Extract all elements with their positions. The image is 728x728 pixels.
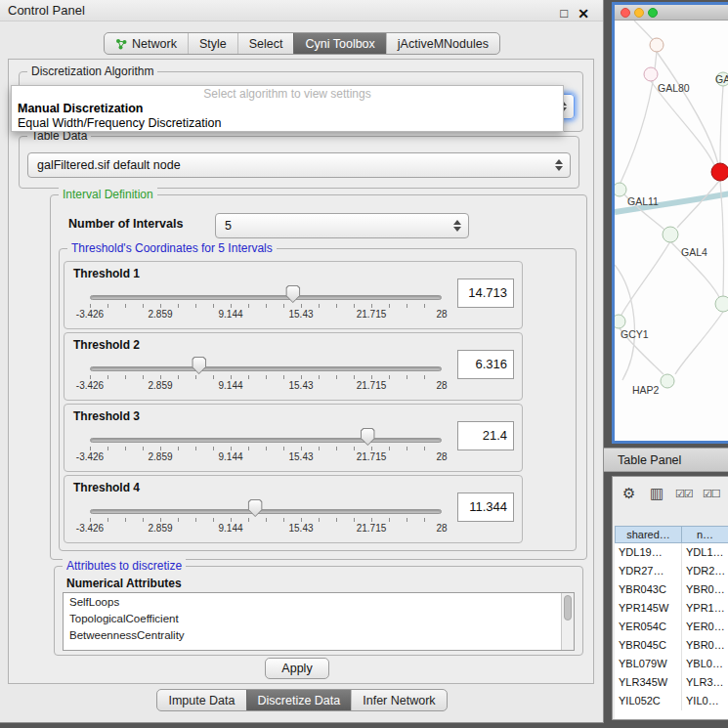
number-of-intervals-combo[interactable]: 5 — [215, 213, 469, 238]
dropdown-option-manual[interactable]: Manual Discretization — [12, 101, 563, 115]
close-icon[interactable]: ✕ — [578, 3, 589, 24]
node-label: GA — [715, 73, 728, 85]
tab-network[interactable]: Network — [105, 33, 188, 54]
cell[interactable]: YBL0… — [682, 655, 728, 673]
node-label: GAL80 — [658, 82, 690, 94]
cell[interactable]: YLR345W — [615, 673, 682, 692]
network-node[interactable] — [615, 183, 626, 196]
tab-style[interactable]: Style — [188, 33, 237, 54]
threshold-1-tick-labels: -3.426 2.859 9.144 15.43 21.715 28 — [90, 309, 442, 321]
select-all-icon[interactable]: ☑☑ — [675, 488, 693, 500]
columns-icon[interactable]: ▥ — [650, 485, 664, 502]
node-label: GAL11 — [627, 195, 659, 207]
table-panel-title: Table Panel — [618, 453, 681, 467]
threshold-2-value-field[interactable]: 6.316 — [457, 350, 514, 379]
screen: Control Panel □ ✕ Network — [0, 0, 728, 728]
list-item[interactable]: SelfLoops — [64, 593, 574, 610]
tab-jactivemnodules[interactable]: jActiveMNodules — [386, 33, 499, 54]
threshold-4-slider-track[interactable] — [90, 509, 442, 514]
threshold-3-tick-labels: -3.426 2.859 9.144 15.43 21.715 28 — [90, 451, 442, 463]
cell[interactable]: YBR043C — [615, 580, 682, 599]
select-none-icon[interactable]: ☑☐ — [703, 488, 720, 500]
threshold-2-slider-thumb[interactable] — [192, 357, 206, 374]
table-row[interactable]: YDL19… YDL1… — [615, 543, 728, 562]
tick-label: 28 — [436, 380, 447, 391]
cell[interactable]: YBR0… — [682, 636, 728, 655]
threshold-1-slider-track[interactable] — [90, 295, 442, 300]
threshold-3-value-field[interactable]: 21.4 — [457, 421, 514, 450]
cell[interactable]: YDR2… — [682, 562, 728, 580]
network-node-selected[interactable] — [711, 163, 728, 181]
float-window-icon[interactable]: □ — [560, 3, 568, 24]
tick-label: 21.715 — [357, 523, 387, 534]
list-scrollbar[interactable] — [561, 593, 574, 650]
column-header-shared[interactable]: shared… — [615, 526, 682, 543]
cell[interactable]: YBR0… — [682, 580, 728, 599]
threshold-1-slider-thumb[interactable] — [285, 285, 300, 303]
close-traffic-light-icon[interactable] — [621, 8, 630, 18]
table-row[interactable]: YLR345W YLR3… — [615, 673, 728, 692]
table-data-group: Table Data galFiltered.sif default node — [19, 136, 579, 189]
cell[interactable]: YBL079W — [615, 655, 682, 673]
cell[interactable]: YER0… — [682, 618, 728, 636]
table-row[interactable]: YER054C YER0… — [615, 618, 728, 636]
apply-button[interactable]: Apply — [265, 658, 329, 679]
dropdown-option-equal-width[interactable]: Equal Width/Frequency Discretization — [12, 115, 563, 130]
threshold-1-value-field[interactable]: 14.713 — [457, 278, 514, 308]
cell[interactable]: YPR145W — [615, 599, 682, 618]
tick-label: 9.144 — [218, 309, 242, 320]
list-item[interactable]: BetweennessCentrality — [64, 626, 574, 643]
threshold-4-value-field[interactable]: 11.344 — [457, 492, 514, 522]
tick-label: 15.43 — [288, 451, 313, 462]
tick-label: 2.859 — [148, 309, 172, 320]
threshold-2-label: Threshold 2 — [73, 338, 140, 352]
threshold-4-slider-thumb[interactable] — [248, 499, 263, 517]
tab-discretize-data-label: Discretize Data — [258, 694, 341, 707]
threshold-3-slider-track[interactable] — [90, 438, 442, 443]
tab-infer-network[interactable]: Infer Network — [351, 690, 446, 710]
cell[interactable]: YLR3… — [682, 673, 728, 692]
table-row[interactable]: YBR043C YBR0… — [615, 580, 728, 599]
network-node[interactable] — [615, 315, 625, 328]
table-row[interactable]: YDR27… YDR2… — [615, 562, 728, 580]
network-node[interactable] — [661, 374, 674, 388]
minimize-traffic-light-icon[interactable] — [634, 8, 644, 18]
tab-impute-data[interactable]: Impute Data — [157, 690, 245, 710]
zoom-traffic-light-icon[interactable] — [648, 8, 658, 18]
network-node[interactable] — [650, 38, 664, 52]
network-node[interactable] — [644, 67, 658, 81]
cell[interactable]: YBR045C — [615, 636, 682, 655]
cyni-content: Discretization Algorithm Select algorith… — [8, 59, 594, 684]
tab-style-label: Style — [199, 37, 227, 51]
scrollbar-thumb[interactable] — [564, 595, 572, 621]
bottom-tabs: Impute Data Discretize Data Infer Networ… — [156, 689, 447, 711]
gear-icon[interactable]: ⚙ — [622, 485, 635, 502]
table-row[interactable]: YIL052C YIL0… — [615, 692, 728, 710]
tab-select[interactable]: Select — [237, 33, 294, 54]
tick-label: -3.426 — [76, 309, 104, 320]
tab-cyni-toolbox[interactable]: Cyni Toolbox — [293, 33, 385, 54]
column-header-n[interactable]: n… — [682, 526, 728, 543]
network-icon — [115, 38, 127, 50]
cell[interactable]: YIL0… — [682, 692, 728, 710]
cell[interactable]: YPR1… — [682, 599, 728, 618]
cell[interactable]: YDL19… — [615, 543, 682, 562]
network-node[interactable] — [715, 296, 728, 312]
thresholds-group: Threshold's Coordinates for 5 Intervals … — [59, 248, 577, 551]
list-item[interactable]: TopologicalCoefficient — [64, 610, 574, 626]
table-data-combo[interactable]: galFiltered.sif default node — [27, 152, 571, 178]
cell[interactable]: YDL1… — [682, 543, 728, 562]
network-node[interactable] — [663, 227, 678, 242]
table-row[interactable]: YBL079W YBL0… — [615, 655, 728, 673]
threshold-3-slider-thumb[interactable] — [361, 428, 375, 446]
table-row[interactable]: YPR145W YPR1… — [615, 599, 728, 618]
cell[interactable]: YIL052C — [615, 692, 682, 710]
cell[interactable]: YDR27… — [615, 562, 682, 580]
cell[interactable]: YER054C — [615, 618, 682, 636]
network-canvas[interactable]: GAL80 GA GAL11 GAL4 GCY1 HAP2 — [615, 21, 728, 440]
control-panel: Control Panel □ ✕ Network — [0, 0, 604, 723]
table-row[interactable]: YBR045C YBR0… — [615, 636, 728, 655]
tab-infer-network-label: Infer Network — [363, 694, 435, 707]
threshold-2-slider-track[interactable] — [90, 366, 442, 371]
tab-discretize-data[interactable]: Discretize Data — [246, 690, 352, 710]
